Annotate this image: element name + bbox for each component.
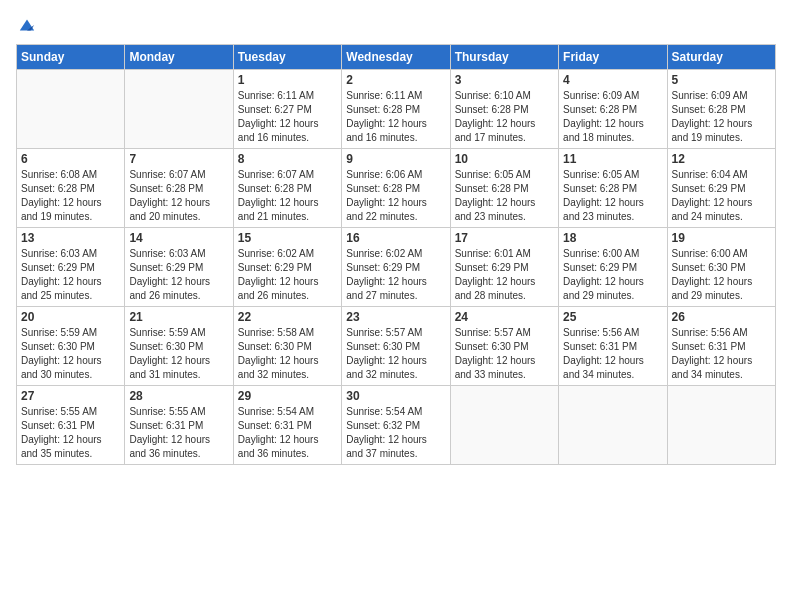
- day-number: 27: [21, 389, 120, 403]
- day-info: Sunrise: 5:59 AM Sunset: 6:30 PM Dayligh…: [21, 326, 120, 382]
- day-info: Sunrise: 6:04 AM Sunset: 6:29 PM Dayligh…: [672, 168, 771, 224]
- day-number: 12: [672, 152, 771, 166]
- calendar-cell: 25Sunrise: 5:56 AM Sunset: 6:31 PM Dayli…: [559, 307, 667, 386]
- calendar-week-3: 13Sunrise: 6:03 AM Sunset: 6:29 PM Dayli…: [17, 228, 776, 307]
- calendar-cell: [17, 70, 125, 149]
- day-number: 6: [21, 152, 120, 166]
- calendar-cell: 27Sunrise: 5:55 AM Sunset: 6:31 PM Dayli…: [17, 386, 125, 465]
- day-number: 9: [346, 152, 445, 166]
- calendar-cell: 15Sunrise: 6:02 AM Sunset: 6:29 PM Dayli…: [233, 228, 341, 307]
- day-header-saturday: Saturday: [667, 45, 775, 70]
- day-info: Sunrise: 6:05 AM Sunset: 6:28 PM Dayligh…: [455, 168, 554, 224]
- day-info: Sunrise: 5:55 AM Sunset: 6:31 PM Dayligh…: [21, 405, 120, 461]
- day-number: 3: [455, 73, 554, 87]
- day-info: Sunrise: 6:00 AM Sunset: 6:29 PM Dayligh…: [563, 247, 662, 303]
- logo: [16, 16, 36, 34]
- day-number: 19: [672, 231, 771, 245]
- day-info: Sunrise: 6:03 AM Sunset: 6:29 PM Dayligh…: [21, 247, 120, 303]
- day-info: Sunrise: 6:02 AM Sunset: 6:29 PM Dayligh…: [238, 247, 337, 303]
- day-info: Sunrise: 5:56 AM Sunset: 6:31 PM Dayligh…: [563, 326, 662, 382]
- day-number: 11: [563, 152, 662, 166]
- day-number: 15: [238, 231, 337, 245]
- day-number: 28: [129, 389, 228, 403]
- calendar-cell: 3Sunrise: 6:10 AM Sunset: 6:28 PM Daylig…: [450, 70, 558, 149]
- day-info: Sunrise: 5:57 AM Sunset: 6:30 PM Dayligh…: [455, 326, 554, 382]
- day-info: Sunrise: 6:05 AM Sunset: 6:28 PM Dayligh…: [563, 168, 662, 224]
- day-info: Sunrise: 6:06 AM Sunset: 6:28 PM Dayligh…: [346, 168, 445, 224]
- day-info: Sunrise: 6:11 AM Sunset: 6:28 PM Dayligh…: [346, 89, 445, 145]
- calendar-header-row: SundayMondayTuesdayWednesdayThursdayFrid…: [17, 45, 776, 70]
- calendar-cell: 1Sunrise: 6:11 AM Sunset: 6:27 PM Daylig…: [233, 70, 341, 149]
- day-number: 29: [238, 389, 337, 403]
- day-number: 18: [563, 231, 662, 245]
- day-info: Sunrise: 6:02 AM Sunset: 6:29 PM Dayligh…: [346, 247, 445, 303]
- calendar-cell: 2Sunrise: 6:11 AM Sunset: 6:28 PM Daylig…: [342, 70, 450, 149]
- calendar-cell: 22Sunrise: 5:58 AM Sunset: 6:30 PM Dayli…: [233, 307, 341, 386]
- calendar-cell: 9Sunrise: 6:06 AM Sunset: 6:28 PM Daylig…: [342, 149, 450, 228]
- calendar-table: SundayMondayTuesdayWednesdayThursdayFrid…: [16, 44, 776, 465]
- day-info: Sunrise: 6:09 AM Sunset: 6:28 PM Dayligh…: [672, 89, 771, 145]
- day-header-monday: Monday: [125, 45, 233, 70]
- day-number: 8: [238, 152, 337, 166]
- calendar-cell: 12Sunrise: 6:04 AM Sunset: 6:29 PM Dayli…: [667, 149, 775, 228]
- calendar-cell: [667, 386, 775, 465]
- calendar-cell: 14Sunrise: 6:03 AM Sunset: 6:29 PM Dayli…: [125, 228, 233, 307]
- calendar-cell: 29Sunrise: 5:54 AM Sunset: 6:31 PM Dayli…: [233, 386, 341, 465]
- day-info: Sunrise: 5:55 AM Sunset: 6:31 PM Dayligh…: [129, 405, 228, 461]
- calendar-week-4: 20Sunrise: 5:59 AM Sunset: 6:30 PM Dayli…: [17, 307, 776, 386]
- calendar-cell: 30Sunrise: 5:54 AM Sunset: 6:32 PM Dayli…: [342, 386, 450, 465]
- calendar-cell: 13Sunrise: 6:03 AM Sunset: 6:29 PM Dayli…: [17, 228, 125, 307]
- day-info: Sunrise: 6:11 AM Sunset: 6:27 PM Dayligh…: [238, 89, 337, 145]
- day-header-sunday: Sunday: [17, 45, 125, 70]
- day-info: Sunrise: 6:01 AM Sunset: 6:29 PM Dayligh…: [455, 247, 554, 303]
- day-info: Sunrise: 5:56 AM Sunset: 6:31 PM Dayligh…: [672, 326, 771, 382]
- day-header-thursday: Thursday: [450, 45, 558, 70]
- day-info: Sunrise: 5:59 AM Sunset: 6:30 PM Dayligh…: [129, 326, 228, 382]
- day-info: Sunrise: 6:08 AM Sunset: 6:28 PM Dayligh…: [21, 168, 120, 224]
- day-info: Sunrise: 6:03 AM Sunset: 6:29 PM Dayligh…: [129, 247, 228, 303]
- logo-icon: [18, 16, 36, 34]
- calendar-cell: 16Sunrise: 6:02 AM Sunset: 6:29 PM Dayli…: [342, 228, 450, 307]
- day-info: Sunrise: 6:10 AM Sunset: 6:28 PM Dayligh…: [455, 89, 554, 145]
- day-number: 23: [346, 310, 445, 324]
- calendar-cell: 24Sunrise: 5:57 AM Sunset: 6:30 PM Dayli…: [450, 307, 558, 386]
- day-number: 13: [21, 231, 120, 245]
- day-number: 20: [21, 310, 120, 324]
- day-number: 21: [129, 310, 228, 324]
- calendar-cell: 17Sunrise: 6:01 AM Sunset: 6:29 PM Dayli…: [450, 228, 558, 307]
- calendar-cell: 5Sunrise: 6:09 AM Sunset: 6:28 PM Daylig…: [667, 70, 775, 149]
- day-number: 4: [563, 73, 662, 87]
- day-info: Sunrise: 6:07 AM Sunset: 6:28 PM Dayligh…: [129, 168, 228, 224]
- calendar-cell: 20Sunrise: 5:59 AM Sunset: 6:30 PM Dayli…: [17, 307, 125, 386]
- calendar-week-2: 6Sunrise: 6:08 AM Sunset: 6:28 PM Daylig…: [17, 149, 776, 228]
- calendar-cell: 23Sunrise: 5:57 AM Sunset: 6:30 PM Dayli…: [342, 307, 450, 386]
- calendar-week-1: 1Sunrise: 6:11 AM Sunset: 6:27 PM Daylig…: [17, 70, 776, 149]
- day-number: 16: [346, 231, 445, 245]
- day-number: 2: [346, 73, 445, 87]
- day-number: 22: [238, 310, 337, 324]
- calendar-cell: 10Sunrise: 6:05 AM Sunset: 6:28 PM Dayli…: [450, 149, 558, 228]
- day-number: 1: [238, 73, 337, 87]
- calendar-cell: 8Sunrise: 6:07 AM Sunset: 6:28 PM Daylig…: [233, 149, 341, 228]
- day-number: 10: [455, 152, 554, 166]
- day-number: 17: [455, 231, 554, 245]
- calendar-cell: [450, 386, 558, 465]
- day-info: Sunrise: 6:00 AM Sunset: 6:30 PM Dayligh…: [672, 247, 771, 303]
- day-header-wednesday: Wednesday: [342, 45, 450, 70]
- calendar-cell: 7Sunrise: 6:07 AM Sunset: 6:28 PM Daylig…: [125, 149, 233, 228]
- svg-marker-0: [20, 20, 34, 31]
- day-info: Sunrise: 6:07 AM Sunset: 6:28 PM Dayligh…: [238, 168, 337, 224]
- day-number: 24: [455, 310, 554, 324]
- calendar-week-5: 27Sunrise: 5:55 AM Sunset: 6:31 PM Dayli…: [17, 386, 776, 465]
- calendar-cell: 6Sunrise: 6:08 AM Sunset: 6:28 PM Daylig…: [17, 149, 125, 228]
- day-number: 5: [672, 73, 771, 87]
- page-header: [16, 16, 776, 34]
- day-number: 30: [346, 389, 445, 403]
- calendar-cell: 19Sunrise: 6:00 AM Sunset: 6:30 PM Dayli…: [667, 228, 775, 307]
- day-header-tuesday: Tuesday: [233, 45, 341, 70]
- calendar-cell: [125, 70, 233, 149]
- day-header-friday: Friday: [559, 45, 667, 70]
- day-info: Sunrise: 5:57 AM Sunset: 6:30 PM Dayligh…: [346, 326, 445, 382]
- day-info: Sunrise: 5:58 AM Sunset: 6:30 PM Dayligh…: [238, 326, 337, 382]
- day-number: 25: [563, 310, 662, 324]
